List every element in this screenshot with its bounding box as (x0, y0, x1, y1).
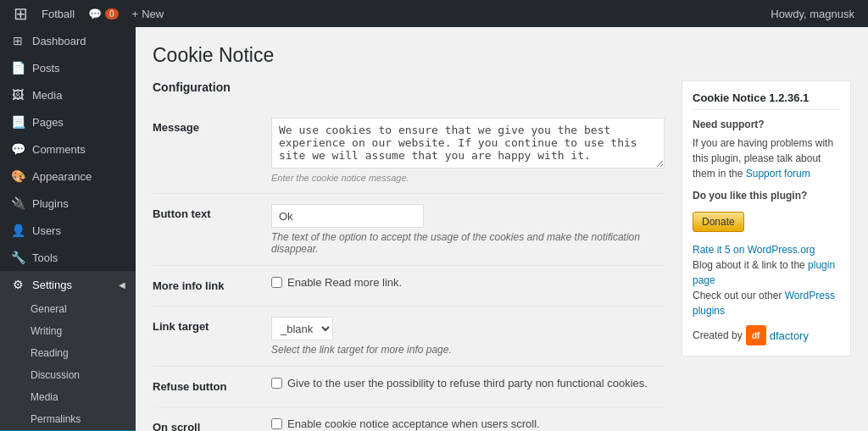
button-text-hint: The text of the option to accept the usa… (271, 231, 665, 255)
submenu-permalinks[interactable]: Permalinks (0, 408, 136, 430)
rate-link[interactable]: Rate it 5 on WordPress.org (693, 244, 815, 256)
refuse-label: Refuse button (153, 367, 271, 407)
more-info-checkbox-label: Enable Read more link. (287, 276, 402, 289)
plugin-version: Cookie Notice 1.2.36.1 (693, 91, 840, 110)
submenu-writing[interactable]: Writing (0, 320, 136, 342)
admin-bar: ⊞ Fotball 💬 0 + New Howdy, magnusk (0, 0, 868, 27)
sidebar-label-comments: Comments (32, 143, 86, 156)
new-content-item[interactable]: + New (125, 0, 171, 27)
sidebar-item-media[interactable]: 🖼 Media (0, 81, 136, 108)
on-scroll-checkbox-label: Enable cookie notice acceptance when use… (287, 417, 540, 430)
comments-icon: 💬 (88, 8, 102, 20)
sidebar-label-users: Users (32, 224, 61, 237)
config-title: Configuration (153, 80, 665, 94)
link-target-row: Link target _blank _self Select the link… (153, 307, 665, 367)
howdy-text: Howdy, magnusk (764, 8, 861, 20)
link-target-select[interactable]: _blank _self (271, 317, 333, 340)
button-text-cell: The text of the option to accept the usa… (271, 194, 665, 266)
pages-icon: 📃 (10, 115, 25, 129)
sidebar-label-settings: Settings (32, 279, 72, 291)
link-target-hint: Select the link target for more info pag… (271, 344, 665, 356)
sidebar-item-tools[interactable]: 🔧 Tools (0, 244, 136, 271)
more-info-cell: Enable Read more link. (271, 266, 665, 307)
sidebar-item-plugins[interactable]: 🔌 Plugins (0, 190, 136, 217)
more-info-label: More info link (153, 266, 271, 307)
plus-icon: + (132, 8, 139, 20)
message-textarea[interactable]: We use cookies to ensure that we give yo… (271, 118, 665, 169)
refuse-row: Refuse button Give to the user the possi… (153, 367, 665, 407)
admin-sidebar: ⊞ Dashboard 📄 Posts 🖼 Media 📃 Pages 💬 Co… (0, 27, 136, 431)
link-target-label: Link target (153, 307, 271, 367)
sidebar-label-dashboard: Dashboard (32, 35, 86, 47)
comments-menu-icon: 💬 (10, 142, 25, 156)
sidebar-item-users[interactable]: 👤 Users (0, 217, 136, 244)
refuse-checkbox-label: Give to the user the possibility to refu… (287, 377, 648, 390)
dashboard-icon: ⊞ (10, 34, 25, 47)
submenu-general[interactable]: General (0, 298, 136, 320)
sidebar-item-comments[interactable]: 💬 Comments (0, 135, 136, 163)
main-content-area: Cookie Notice Configuration Message We u… (136, 27, 868, 431)
media-icon: 🖼 (10, 88, 25, 102)
form-container: Configuration Message We use cookies to … (153, 80, 665, 431)
button-text-label: Button text (153, 194, 271, 266)
settings-arrow: ◀ (119, 280, 125, 290)
blog-text: Blog about it & link to the (693, 259, 805, 271)
submenu-media-settings[interactable]: Media (0, 386, 136, 408)
settings-icon: ⚙ (10, 278, 25, 291)
message-cell: We use cookies to ensure that we give yo… (271, 108, 665, 194)
sidebar-label-posts: Posts (32, 62, 60, 75)
created-by-section: Created by df dfactory (693, 325, 840, 345)
plugin-info-box: Cookie Notice 1.2.36.1 Need support? If … (682, 80, 851, 356)
page-title: Cookie Notice (153, 44, 851, 67)
message-row: Message We use cookies to ensure that we… (153, 108, 665, 194)
like-plugin-text: Do you like this plugin? (693, 188, 840, 203)
new-label: New (142, 8, 164, 20)
button-text-row: Button text The text of the option to ac… (153, 194, 665, 266)
sidebar-label-media: Media (32, 89, 62, 102)
dfactory-name: dfactory (770, 329, 809, 342)
message-hint: Enter the cookie notice message. (271, 173, 665, 183)
site-name-item[interactable]: Fotball (35, 0, 81, 27)
on-scroll-cell: Enable cookie notice acceptance when use… (271, 407, 665, 432)
sidebar-label-plugins: Plugins (32, 197, 69, 210)
check-text: Check out our other (693, 290, 782, 301)
on-scroll-checkbox[interactable] (271, 418, 282, 429)
link-target-cell: _blank _self Select the link target for … (271, 307, 665, 367)
more-info-row: More info link Enable Read more link. (153, 266, 665, 307)
refuse-checkbox[interactable] (271, 378, 282, 389)
support-description: If you are having problems with this plu… (693, 135, 840, 181)
submenu-reading[interactable]: Reading (0, 342, 136, 364)
on-scroll-row: On scroll Enable cookie notice acceptanc… (153, 407, 665, 432)
comments-count: 0 (105, 8, 119, 19)
button-text-input[interactable] (271, 204, 424, 228)
submenu-discussion[interactable]: Discussion (0, 364, 136, 386)
wp-logo-item[interactable]: ⊞ (7, 0, 35, 27)
sidebar-label-pages: Pages (32, 116, 64, 129)
dfactory-icon: df (746, 325, 766, 345)
created-by-text: Created by (693, 328, 743, 343)
wp-logo-icon: ⊞ (14, 3, 28, 24)
appearance-icon: 🎨 (10, 169, 25, 183)
sidebar-label-appearance: Appearance (32, 170, 92, 183)
sidebar-label-tools: Tools (32, 251, 58, 264)
settings-form-table: Message We use cookies to ensure that we… (153, 108, 665, 431)
tools-icon: 🔧 (10, 251, 25, 264)
settings-submenu: General Writing Reading Discussion Media… (0, 298, 136, 431)
support-forum-link[interactable]: Support forum (746, 168, 810, 180)
comments-item[interactable]: 💬 0 (81, 0, 125, 27)
sidebar-item-pages[interactable]: 📃 Pages (0, 108, 136, 135)
plugins-icon: 🔌 (10, 196, 25, 210)
sidebar-item-dashboard[interactable]: ⊞ Dashboard (0, 27, 136, 54)
need-support-text: Need support? (693, 117, 840, 132)
more-info-checkbox[interactable] (271, 277, 282, 288)
refuse-cell: Give to the user the possibility to refu… (271, 367, 665, 407)
right-sidebar: Cookie Notice 1.2.36.1 Need support? If … (682, 80, 851, 356)
sidebar-item-settings[interactable]: ⚙ Settings ◀ (0, 271, 136, 298)
on-scroll-label: On scroll (153, 407, 271, 432)
donate-button[interactable]: Donate (693, 212, 744, 232)
posts-icon: 📄 (10, 61, 25, 75)
sidebar-item-appearance[interactable]: 🎨 Appearance (0, 163, 136, 190)
site-name: Fotball (42, 8, 75, 20)
users-icon: 👤 (10, 224, 25, 237)
sidebar-item-posts[interactable]: 📄 Posts (0, 54, 136, 81)
